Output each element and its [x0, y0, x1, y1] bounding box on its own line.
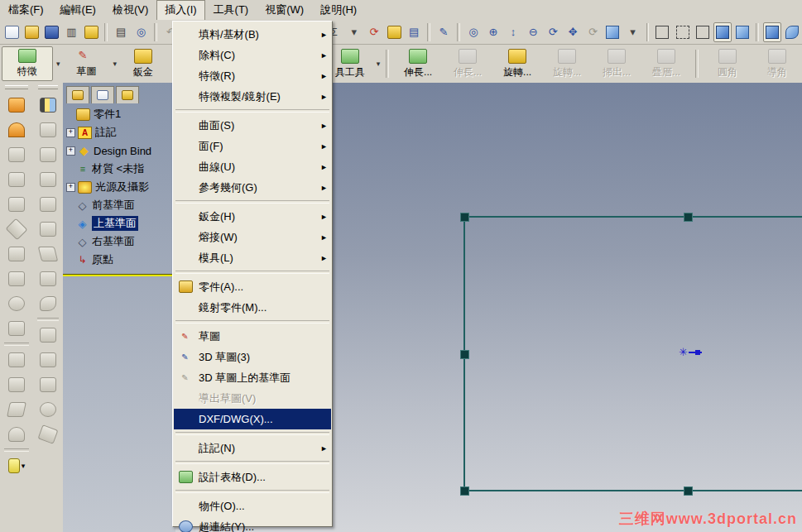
plane-tool-icon[interactable] — [6, 218, 27, 240]
menu-view[interactable]: 檢視(V) — [104, 0, 156, 20]
tree-item-annotations[interactable]: + A 註記 — [63, 123, 175, 141]
tab-sketch[interactable]: ✎ 草圖 — [62, 45, 112, 83]
tree-item-top-plane[interactable]: ◈ 上基準面 — [63, 214, 175, 232]
menu-item-mirror-part[interactable]: 鏡射零件(M)... — [174, 297, 331, 318]
sketch-origin-marker[interactable]: ✳ — [679, 346, 688, 358]
camera-tool-icon[interactable] — [6, 349, 27, 371]
corner-icon[interactable] — [37, 424, 59, 445]
zoom-out-icon[interactable]: ⊖ — [524, 22, 542, 42]
zoom-to-area-icon[interactable]: ⊕ — [484, 22, 502, 42]
tree-splitter[interactable] — [63, 274, 175, 276]
save-icon[interactable] — [42, 22, 60, 42]
new-document-icon[interactable] — [2, 22, 21, 42]
elbow-tool-icon[interactable] — [6, 268, 27, 290]
tab-sheet-metal[interactable]: 鈑金 — [118, 45, 168, 83]
equations-dropdown-icon[interactable]: ▾ — [345, 22, 363, 42]
trim-surface-icon[interactable] — [37, 268, 59, 290]
features-dropdown-icon[interactable]: ▾ — [55, 60, 62, 68]
menu-item-3d-sketch-plane[interactable]: ✎ 3D 草圖上的基準面 — [174, 367, 331, 388]
fill-surface-icon[interactable] — [37, 293, 59, 314]
expand-icon[interactable]: + — [66, 183, 75, 192]
menu-item-annotations[interactable]: 註記(N) ► — [174, 438, 331, 458]
menu-item-sheet-metal[interactable]: 鈑金(H) ► — [174, 206, 331, 227]
chamfer-button[interactable]: 導角 — [752, 45, 802, 83]
plane-edge-top[interactable] — [463, 216, 802, 218]
base-flange-icon[interactable] — [37, 374, 59, 395]
menu-item-face[interactable]: 面(F) ► — [174, 136, 331, 156]
menu-tools[interactable]: 工具(T) — [205, 0, 257, 20]
measure-icon[interactable] — [385, 22, 403, 42]
blocks-tool-icon[interactable] — [6, 243, 27, 265]
menu-file[interactable]: 檔案(F) — [0, 0, 52, 20]
menu-item-dxf-dwg[interactable]: DXF/DWG(X)... — [174, 409, 331, 429]
menu-item-design-table[interactable]: 設計表格(D)... — [174, 467, 331, 487]
point-tool-dropdown-icon[interactable]: ▾ — [22, 462, 26, 470]
open-folder-icon[interactable] — [22, 22, 41, 42]
extruded-surface-icon[interactable] — [37, 119, 59, 141]
menu-item-mold[interactable]: 模具(L) ► — [174, 247, 331, 268]
menu-item-part[interactable]: 零件(A)... — [174, 276, 331, 297]
fillet-button[interactable]: 圓角 — [703, 45, 752, 83]
loft-button[interactable]: 疊層... — [641, 45, 691, 83]
shaded-icon[interactable] — [733, 22, 752, 42]
zoom-to-fit-icon[interactable]: ◎ — [464, 22, 483, 42]
section-view-dropdown-icon[interactable]: ▾ — [624, 22, 642, 42]
zoom-in-out-icon[interactable]: ↕ — [504, 22, 522, 42]
tab-propertymanager-icon[interactable] — [91, 86, 114, 103]
select-icon[interactable]: ✎ — [435, 22, 453, 42]
menu-item-pattern-mirror[interactable]: 特徵複製/鏡射(E) ► — [174, 86, 331, 107]
standard-views-icon[interactable]: ⟳ — [365, 22, 383, 42]
tree-item-origin[interactable]: ↳ 原點 — [63, 251, 175, 269]
menu-item-hyperlink[interactable]: 超連結(Y)... — [174, 516, 331, 532]
shell-tool-icon[interactable] — [6, 374, 27, 395]
tree-item-part[interactable]: 零件1 — [63, 105, 175, 123]
menu-item-reference-geometry[interactable]: 參考幾何(G) ► — [174, 177, 331, 198]
box-tool-icon[interactable] — [6, 318, 27, 339]
plane-handle-bottom-mid[interactable] — [684, 486, 693, 496]
sphere-icon[interactable] — [37, 399, 59, 420]
menu-item-features[interactable]: 特徵(R) ► — [174, 65, 331, 86]
tree-item-material[interactable]: ≡ 材質 <未指 — [63, 160, 175, 178]
curvature-icon[interactable] — [783, 22, 801, 42]
bend-icon[interactable] — [37, 349, 59, 371]
menu-item-surface[interactable]: 曲面(S) ► — [174, 115, 331, 136]
section-view-icon[interactable] — [603, 22, 622, 42]
menu-item-object[interactable]: 物件(O)... — [174, 496, 331, 516]
shaded-with-edges-icon[interactable] — [713, 22, 732, 42]
revolve-cut-button[interactable]: 旋轉... — [542, 45, 592, 83]
expand-icon[interactable]: + — [66, 128, 75, 137]
tab-featuremanager-icon[interactable] — [66, 86, 89, 103]
menu-item-weldments[interactable]: 熔接(W) ► — [174, 227, 331, 247]
toolbar-grip[interactable] — [5, 85, 28, 89]
wireframe-icon[interactable] — [653, 22, 671, 42]
print-preview-icon[interactable]: ◎ — [132, 22, 150, 42]
sketch-tool-icon[interactable] — [6, 94, 27, 116]
sketch-dropdown-icon[interactable]: ▾ — [112, 60, 119, 68]
shadows-in-shaded-icon[interactable] — [763, 22, 781, 42]
pan-icon[interactable]: ✥ — [564, 22, 582, 42]
tab-configurationmanager-icon[interactable] — [116, 86, 139, 103]
plane-handle-top-mid[interactable] — [684, 213, 693, 222]
make-assembly-icon[interactable] — [82, 22, 100, 42]
wheel-tool-icon[interactable] — [6, 293, 27, 314]
hidden-lines-visible-icon[interactable] — [673, 22, 691, 42]
options-list-icon[interactable]: ▤ — [405, 22, 423, 42]
tree-item-lights-cameras[interactable]: + 光源及攝影 — [63, 178, 175, 196]
rib-tool-icon[interactable] — [6, 399, 27, 420]
surface-tool-icon[interactable] — [6, 194, 27, 215]
dome-tool-icon[interactable] — [6, 424, 27, 445]
menu-window[interactable]: 視窗(W) — [257, 0, 312, 20]
tree-item-front-plane[interactable]: ◇ 前基準面 — [63, 196, 175, 214]
rotate-disabled-icon[interactable]: ⟳ — [583, 22, 602, 42]
menu-item-cut[interactable]: 除料(C) ► — [174, 45, 331, 65]
knit-surface-icon[interactable] — [37, 218, 59, 240]
sweep-button[interactable]: 掃出... — [592, 45, 641, 83]
menu-edit[interactable]: 編輯(E) — [52, 0, 104, 20]
menu-item-boss-base[interactable]: 填料/基材(B) ► — [174, 24, 331, 45]
cut-tool-icon[interactable] — [6, 169, 27, 190]
plane-handle-bottom-left[interactable] — [460, 486, 469, 496]
rotate-view-icon[interactable]: ⟳ — [544, 22, 562, 42]
menu-insert[interactable]: 插入(I) — [156, 0, 204, 20]
surfaces-tool-icon[interactable] — [37, 94, 59, 116]
menu-item-curve[interactable]: 曲線(U) ► — [174, 156, 331, 177]
